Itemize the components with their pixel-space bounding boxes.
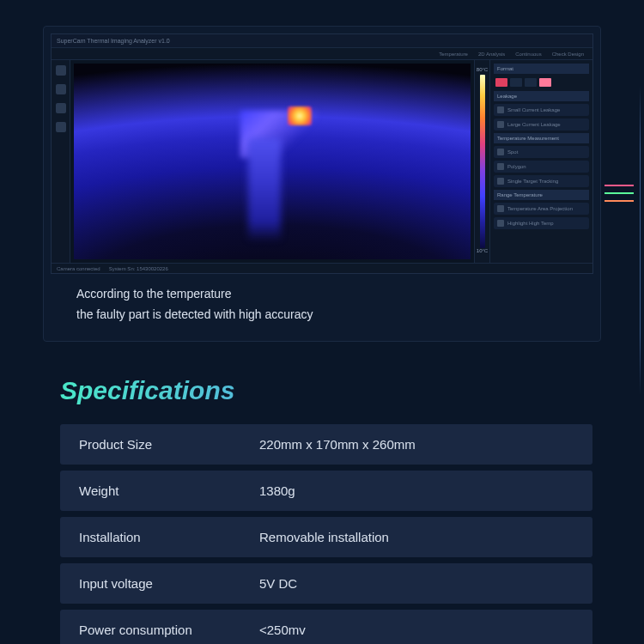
panel-option[interactable]: Small Current Leakage — [494, 104, 589, 116]
app-titlebar: SuperCam Thermal Imaging Analyzer v1.0 — [52, 34, 592, 48]
spec-row: Weight 1380g — [60, 471, 592, 511]
spec-label: Power consumption — [79, 623, 259, 637]
spec-label: Input voltage — [79, 576, 259, 591]
spec-value: <250mv — [259, 623, 306, 637]
decor-line — [605, 200, 634, 202]
app-window: SuperCam Thermal Imaging Analyzer v1.0 T… — [51, 33, 593, 274]
menu-item[interactable]: 2D Analysis — [478, 52, 505, 57]
decorative-lines — [605, 185, 634, 202]
panel-option[interactable]: Highlight High Temp — [494, 217, 589, 229]
color-scale: 80°C 10°C — [474, 60, 489, 263]
spec-row: Product Size 220mm x 170mm x 260mm — [60, 424, 592, 465]
menu-item[interactable]: Temperature — [439, 52, 468, 57]
palette-swatch[interactable] — [539, 78, 551, 87]
spec-row: Power consumption <250mv — [60, 610, 592, 644]
tool-text-icon[interactable] — [56, 84, 66, 94]
panel-option[interactable]: Single Target Tracking — [494, 175, 589, 187]
decorative-vertical-line — [640, 86, 641, 395]
caption-line: the faulty part is detected with high ac… — [76, 305, 568, 325]
palette-swatch[interactable] — [510, 78, 522, 87]
decor-line — [605, 192, 634, 194]
option-icon — [497, 121, 504, 128]
menu-item[interactable]: Continuous — [515, 52, 541, 57]
status-connection: Camera connected — [57, 266, 100, 271]
scale-max: 80°C — [477, 67, 488, 72]
thermal-viewport[interactable] — [74, 64, 471, 259]
decor-line — [605, 185, 634, 186]
heat-shape — [248, 138, 281, 241]
product-page: SuperCam Thermal Imaging Analyzer v1.0 T… — [0, 0, 644, 644]
spec-row: Input voltage 5V DC — [60, 563, 592, 604]
target-icon — [497, 178, 504, 185]
panel-leakage-header: Leakage — [494, 91, 589, 101]
panel-option[interactable]: Spot — [494, 146, 589, 158]
area-icon — [497, 205, 504, 212]
app-statusbar: Camera connected System Sn: 15430020226 — [52, 263, 592, 273]
polygon-icon — [497, 163, 504, 170]
panel-option[interactable]: Large Current Leakage — [494, 118, 589, 131]
app-title: SuperCam Thermal Imaging Analyzer v1.0 — [57, 38, 170, 44]
spec-value: Removable installation — [259, 530, 389, 544]
spec-label: Installation — [79, 530, 259, 544]
thermal-image — [74, 64, 471, 259]
app-menubar: Temperature 2D Analysis Continuous Check… — [52, 48, 592, 60]
status-serial: System Sn: 15430020226 — [109, 266, 168, 271]
spec-label: Weight — [79, 483, 259, 498]
app-body: 80°C 10°C Format Leakage Small Current L… — [52, 60, 592, 263]
spot-icon — [497, 149, 504, 155]
hot-spot — [288, 106, 312, 125]
spec-label: Product Size — [79, 437, 259, 452]
right-panel: Format Leakage Small Current Leakage Lar… — [489, 60, 592, 263]
palette-row — [494, 76, 589, 88]
spec-value: 1380g — [259, 483, 295, 498]
screenshot-caption: According to the temperature the faulty … — [51, 274, 593, 334]
highlight-icon — [497, 220, 504, 227]
spec-value: 5V DC — [259, 576, 297, 591]
panel-option[interactable]: Temperature Area Projection — [494, 203, 589, 215]
specifications-section: Specifications Product Size 220mm x 170m… — [43, 359, 601, 644]
scale-min: 10°C — [477, 248, 488, 253]
palette-swatch[interactable] — [525, 78, 537, 87]
caption-line: According to the temperature — [76, 284, 568, 305]
palette-swatch[interactable] — [495, 78, 507, 87]
panel-option[interactable]: Polygon — [494, 161, 589, 173]
option-icon — [497, 106, 504, 113]
tool-open-icon[interactable] — [56, 65, 66, 76]
spec-value: 220mm x 170mm x 260mm — [259, 437, 416, 452]
menu-item[interactable]: Check Design — [552, 52, 584, 57]
software-screenshot: SuperCam Thermal Imaging Analyzer v1.0 T… — [43, 26, 601, 342]
spec-row: Installation Removable installation — [60, 517, 592, 557]
panel-temp-header: Temperature Measurement — [494, 133, 589, 143]
panel-range-header: Range Temperature — [494, 190, 589, 200]
specifications-title: Specifications — [60, 376, 592, 405]
tool-edit-icon[interactable] — [56, 103, 66, 113]
scale-gradient — [480, 75, 485, 248]
panel-format-header: Format — [494, 64, 589, 74]
left-toolbar — [52, 60, 70, 263]
tool-reset-icon[interactable] — [56, 122, 66, 132]
